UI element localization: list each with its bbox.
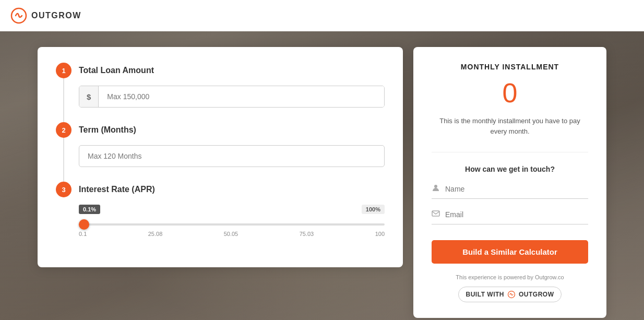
section-loan-amount: 1 Total Loan Amount $ [56,63,385,108]
section-term: 2 Term (Months) [56,122,385,167]
interest-rate-slider-section: 0.1% 100% 0.1 25.08 50.05 75.03 100 [79,205,385,237]
term-input[interactable] [79,145,385,167]
name-input-wrapper [432,184,588,199]
logo-text: OUTGROW [31,11,81,20]
section-1-title: Total Loan Amount [79,66,154,75]
outgrow-badge-label: OUTGROW [519,291,554,298]
right-panel: MONTHLY INSTALLMENT 0 This is the monthl… [413,47,606,318]
step-badge-3: 3 [56,182,71,197]
interest-rate-slider[interactable] [79,223,385,226]
tick-1: 25.08 [148,231,163,237]
step-badge-2: 2 [56,122,71,138]
result-value: 0 [503,77,518,109]
person-icon [432,184,440,194]
svg-point-1 [434,185,437,188]
build-calculator-button[interactable]: Build a Similar Calculator [432,240,588,264]
contact-title: How can we get in touch? [465,165,555,173]
step-connector-2 [63,138,64,182]
header: OUTGROW [0,0,644,31]
left-panel: 1 Total Loan Amount $ 2 Term (Months) 3 … [38,47,403,267]
slider-top-labels: 0.1% 100% [79,205,385,214]
step-connector-1 [63,78,64,122]
powered-text: This experience is powered by Outgrow.co [456,274,564,280]
slider-max-value-badge: 100% [362,205,385,214]
name-input[interactable] [445,185,588,193]
built-with-label: BUILT WITH [466,291,504,298]
result-title: MONTHLY INSTALLMENT [461,63,559,71]
section-3-header: 3 Interest Rate (APR) [56,182,385,197]
section-1-header: 1 Total Loan Amount [56,63,385,78]
email-input[interactable] [445,210,588,219]
email-input-wrapper [432,209,588,224]
svg-rect-2 [432,211,439,216]
section-interest-rate: 3 Interest Rate (APR) 0.1% 100% 0.1 25.0… [56,182,385,237]
tick-4: 100 [375,231,385,237]
section-2-header: 2 Term (Months) [56,122,385,138]
outgrow-logo-icon [10,7,27,24]
outgrow-badge-icon [507,290,516,299]
built-with-badge: BUILT WITH OUTGROW [458,287,562,302]
result-description: This is the monthly installment you have… [437,116,583,136]
main-content: 1 Total Loan Amount $ 2 Term (Months) 3 … [0,31,644,320]
loan-amount-input-wrapper: $ [79,86,385,108]
step-badge-1: 1 [56,63,71,78]
tick-0: 0.1 [79,231,87,237]
loan-amount-input[interactable] [99,86,384,107]
section-2-title: Term (Months) [79,125,136,135]
divider [432,152,588,152]
logo: OUTGROW [10,7,81,24]
tick-3: 75.03 [300,231,314,237]
slider-ticks: 0.1 25.08 50.05 75.03 100 [79,231,385,237]
mail-icon [432,209,440,220]
section-3-title: Interest Rate (APR) [79,185,155,194]
currency-prefix: $ [79,86,99,107]
tick-2: 50.05 [224,231,238,237]
slider-current-value-badge: 0.1% [79,205,100,214]
